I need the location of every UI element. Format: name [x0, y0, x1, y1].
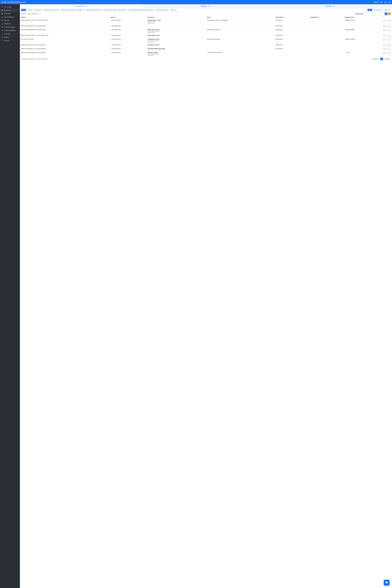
- tab-modèles[interactable]: Modèles+▾: [144, 4, 268, 8]
- chip-label: Suivi de travaux: [156, 9, 166, 11]
- edit-icon[interactable]: ✎: [110, 48, 112, 50]
- notification-icon[interactable]: [380, 1, 382, 3]
- search-input[interactable]: [364, 12, 384, 15]
- table-row[interactable]: IMB1.20110100918_LOT1.20110100918✎ImmoPa…: [20, 47, 392, 51]
- page-size-input[interactable]: [26, 12, 32, 15]
- power-icon[interactable]: [388, 1, 390, 3]
- edit-icon[interactable]: ✎: [110, 38, 112, 40]
- copy-button[interactable]: ⧉: [386, 34, 388, 37]
- delete-button[interactable]: 🗑: [389, 25, 391, 28]
- delete-button[interactable]: 🗑: [389, 48, 391, 50]
- cell-dup: [310, 28, 344, 34]
- sidebar-item-toteim-r-sidents[interactable]: TOTEiM Résidents: [0, 29, 20, 32]
- view-button[interactable]: 👁: [383, 44, 385, 46]
- col-date-cl-ture[interactable]: Date clôture⇅: [275, 16, 310, 19]
- edit-icon[interactable]: ✎: [110, 25, 112, 27]
- filter-tous[interactable]: Tous: [21, 9, 26, 11]
- delete-button[interactable]: 🗑: [389, 44, 391, 46]
- col-occupant[interactable]: Occupant⇅: [146, 16, 206, 19]
- filter-visite[interactable]: Visite4: [169, 9, 176, 11]
- prev-page[interactable]: Précédent: [371, 58, 380, 60]
- col-libell-[interactable]: Libellé⇅: [20, 16, 109, 19]
- help-link[interactable]: Aide ?: [374, 1, 378, 3]
- table-row[interactable]: IMB1.20110221.0234_LOT1.20110221.0234✎Im…: [20, 34, 392, 38]
- edit-icon[interactable]: ✎: [207, 52, 208, 53]
- sidebar-item-toteim-incidents[interactable]: TOTEiM Incidents: [0, 26, 20, 29]
- view-button[interactable]: 👁: [383, 48, 385, 50]
- view-button[interactable]: 👁: [383, 34, 385, 37]
- edit-icon[interactable]: ✎: [110, 29, 112, 30]
- add-icon[interactable]: +: [208, 5, 209, 7]
- sidebar-item-factures[interactable]: €Factures: [0, 39, 20, 42]
- view-button[interactable]: 👁: [383, 25, 385, 28]
- sidebar-item-personnalisation[interactable]: Personnalisation: [0, 15, 20, 19]
- add-icon[interactable]: +: [85, 5, 86, 7]
- copy-button[interactable]: ⧉: [386, 48, 388, 50]
- table-row[interactable]: IMB1.20109111929/LOT1.20109111929✎ImmoPa…: [20, 51, 392, 57]
- user-icon[interactable]: ▾: [334, 5, 335, 7]
- page-number[interactable]: 1: [380, 58, 383, 60]
- cell-rep: ✎Tous: [344, 51, 381, 57]
- filter-audit[interactable]: Audit0: [26, 9, 34, 11]
- table-row[interactable]: IMB1.20120070234_LOT1.20120070234✎ImmoPa…: [20, 24, 392, 28]
- sidebar-item-mon-compte[interactable]: Mon compte: [0, 5, 20, 8]
- refresh-icon[interactable]: [384, 1, 386, 3]
- filter-avenant[interactable]: Avenant0: [34, 9, 43, 11]
- sidebar-item-immeubles[interactable]: Immeubles: [0, 12, 20, 15]
- edit-icon[interactable]: ✎: [110, 44, 112, 46]
- table-row[interactable]: IMB1.20110911000/LOT1.20110911000✎ImmoPa…: [20, 28, 392, 34]
- sidebar-item-agences[interactable]: Agences: [0, 19, 20, 22]
- download-button[interactable]: [388, 12, 391, 15]
- copy-button[interactable]: ⧉: [386, 20, 388, 22]
- edit-icon[interactable]: ✎: [110, 34, 112, 36]
- filter-trait-[interactable]: Traité0: [384, 9, 391, 11]
- delete-button[interactable]: 🗑: [389, 52, 391, 54]
- delete-button[interactable]: 🗑: [389, 38, 391, 41]
- user-icon[interactable]: ▾: [210, 5, 211, 7]
- tab-corbeille[interactable]: Corbeille+▾: [268, 4, 392, 8]
- table-row[interactable]: IMB1.20110124.0307/LOT1.20110124.0307✎Im…: [20, 19, 392, 24]
- filter-en-attente[interactable]: En attente0: [373, 9, 383, 11]
- tab-documents[interactable]: Documents+▾: [20, 4, 144, 8]
- sidebar-item-documents[interactable]: Documents: [0, 8, 20, 12]
- delete-button[interactable]: 🗑: [389, 29, 391, 32]
- edit-icon[interactable]: ✎: [110, 52, 112, 53]
- edit-icon[interactable]: ✎: [110, 20, 112, 21]
- cell-rep: Camille Philibert: [344, 28, 381, 34]
- col-actions[interactable]: ⇅: [381, 16, 392, 19]
- delete-button[interactable]: 🗑: [389, 34, 391, 37]
- chat-fab[interactable]: [384, 580, 390, 586]
- search-button[interactable]: [385, 12, 388, 15]
- sidebar-item-utilisateurs[interactable]: Utilisateurs: [0, 22, 20, 26]
- add-icon[interactable]: +: [332, 5, 333, 7]
- sidebar-item-domusign[interactable]: DomuSign: [0, 32, 20, 36]
- col-repr-sentant[interactable]: Représentant⇅: [344, 16, 381, 19]
- col-dupliqu-de[interactable]: Dupliqué de⇅: [310, 16, 344, 19]
- table-row[interactable]: IMB1.20110110113_LOT1.20110110113✎ImmoPa…: [20, 44, 392, 47]
- filter-etat-des-lieux-sortant[interactable]: Etat des lieux sortant1: [86, 9, 102, 11]
- copy-button[interactable]: ⧉: [386, 44, 388, 46]
- copy-button[interactable]: ⧉: [386, 25, 388, 28]
- filter-suivi-de-travaux[interactable]: Suivi de travaux0: [155, 9, 169, 11]
- copy-button[interactable]: ⧉: [386, 52, 388, 54]
- chip-label: Avenant: [35, 9, 40, 11]
- view-button[interactable]: 👁: [383, 38, 385, 41]
- table-row[interactable]: 8 rue de la couronne✎ImmoPad TestScrimge…: [20, 38, 392, 44]
- filter-tous[interactable]: Tous: [368, 9, 372, 11]
- copy-button[interactable]: ⧉: [386, 29, 388, 32]
- col-type[interactable]: Type⇅: [206, 16, 275, 19]
- copy-button[interactable]: ⧉: [386, 38, 388, 41]
- view-button[interactable]: 👁: [383, 52, 385, 54]
- next-page[interactable]: Suivant: [384, 58, 390, 60]
- filter-etat-des-lieux-sortant-domusign[interactable]: Etat des lieux sortant - DomuSign0: [103, 9, 127, 11]
- col-agence[interactable]: Agence⇅: [109, 16, 146, 19]
- sidebar-item-boutique[interactable]: Boutique: [0, 36, 20, 39]
- user-icon[interactable]: ▾: [87, 5, 88, 7]
- filter-etat-des-lieux-entrant-domusign[interactable]: Etat des lieux entrant - DomuSign1: [60, 9, 85, 11]
- filter-etat-des-lieux-entrant[interactable]: Etat des lieux entrant2: [43, 9, 60, 11]
- view-button[interactable]: 👁: [383, 29, 385, 32]
- view-button[interactable]: 👁: [383, 20, 385, 22]
- edit-icon[interactable]: ✎: [345, 52, 346, 53]
- delete-button[interactable]: 🗑: [389, 20, 391, 22]
- filter-proc-s-verbal-de-r-ception-de-travaux[interactable]: Procès-verbal de réception de travaux0: [128, 9, 155, 11]
